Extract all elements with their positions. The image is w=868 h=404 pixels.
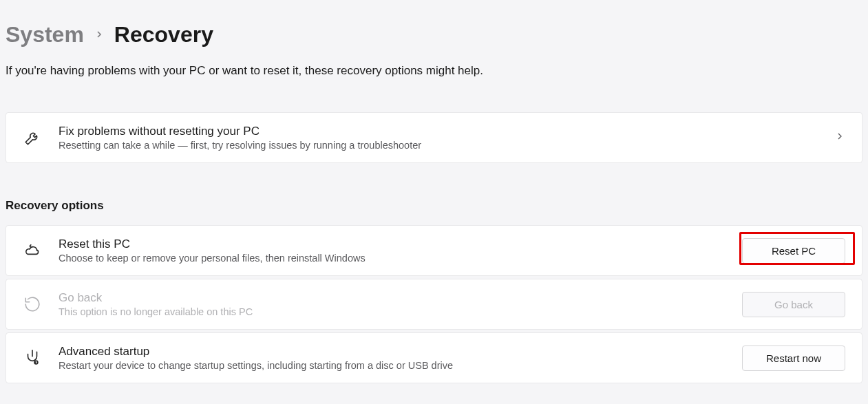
reset-pc-title: Reset this PC bbox=[59, 237, 742, 251]
chevron-right-icon bbox=[834, 131, 845, 145]
wrench-icon bbox=[23, 128, 42, 147]
advanced-startup-icon bbox=[23, 348, 42, 368]
breadcrumb: System Recovery bbox=[6, 22, 862, 47]
advanced-startup-card: Advanced startup Restart your device to … bbox=[6, 332, 862, 383]
go-back-title: Go back bbox=[59, 291, 742, 305]
recovery-options-label: Recovery options bbox=[6, 199, 862, 213]
restart-now-button[interactable]: Restart now bbox=[742, 345, 845, 371]
breadcrumb-current: Recovery bbox=[114, 22, 213, 47]
fix-problems-title: Fix problems without resetting your PC bbox=[59, 125, 834, 138]
reset-pc-card: Reset this PC Choose to keep or remove y… bbox=[6, 225, 862, 276]
reset-pc-button[interactable]: Reset PC bbox=[742, 238, 845, 264]
advanced-startup-desc: Restart your device to change startup se… bbox=[59, 360, 742, 371]
page-subtitle: If you're having problems with your PC o… bbox=[6, 64, 862, 78]
advanced-startup-title: Advanced startup bbox=[59, 345, 742, 359]
cloud-reset-icon bbox=[23, 241, 42, 260]
go-back-button: Go back bbox=[742, 292, 845, 317]
go-back-icon bbox=[23, 295, 42, 314]
chevron-right-icon bbox=[94, 26, 105, 44]
reset-pc-desc: Choose to keep or remove your personal f… bbox=[59, 253, 742, 264]
go-back-desc: This option is no longer available on th… bbox=[59, 306, 742, 317]
fix-problems-desc: Resetting can take a while — first, try … bbox=[59, 140, 834, 151]
go-back-card: Go back This option is no longer availab… bbox=[6, 279, 862, 330]
fix-problems-card[interactable]: Fix problems without resetting your PC R… bbox=[6, 112, 862, 163]
breadcrumb-parent-system[interactable]: System bbox=[6, 22, 84, 47]
